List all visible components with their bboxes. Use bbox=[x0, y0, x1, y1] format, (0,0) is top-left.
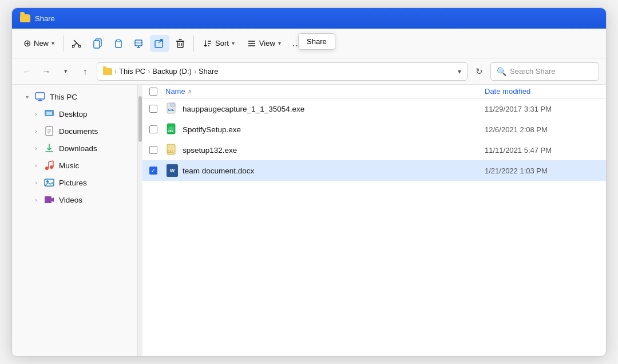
explorer-window: Share ⊕ New ▾ bbox=[11, 7, 607, 357]
downloads-label: Downloads bbox=[59, 144, 97, 153]
rename-button[interactable] bbox=[129, 35, 149, 52]
desktop-label: Desktop bbox=[59, 110, 88, 118]
pictures-expand-icon: › bbox=[33, 180, 39, 186]
file-list: Name ∧ Date modified bbox=[138, 85, 606, 356]
file-name-0: hauppaugecapture_1_1_35054.exe bbox=[183, 105, 485, 113]
svg-rect-44 bbox=[171, 103, 175, 106]
documents-label: Documents bbox=[59, 127, 98, 136]
delete-button[interactable] bbox=[171, 35, 190, 52]
documents-expand-icon: › bbox=[33, 128, 39, 134]
sidebar-item-desktop[interactable]: › Desktop bbox=[15, 105, 134, 122]
svg-line-39 bbox=[49, 161, 53, 162]
file-check-0 bbox=[149, 105, 165, 113]
share-button[interactable] bbox=[150, 35, 169, 52]
col-date-header[interactable]: Date modified bbox=[485, 87, 599, 96]
videos-label: Videos bbox=[59, 196, 82, 204]
pc-icon bbox=[35, 92, 45, 102]
scrollbar-thumb[interactable] bbox=[138, 96, 142, 142]
rename-icon bbox=[134, 38, 144, 49]
sort-button[interactable]: Sort ▾ bbox=[197, 35, 240, 52]
recent-button[interactable]: ▾ bbox=[58, 64, 74, 80]
sidebar: ▾ This PC › bbox=[12, 85, 138, 356]
svg-text:EXE: EXE bbox=[168, 108, 175, 112]
view-button[interactable]: View ▾ bbox=[241, 35, 287, 52]
scrollbar-track[interactable] bbox=[138, 85, 142, 356]
up-button[interactable]: ↑ bbox=[77, 64, 93, 80]
separator-2 bbox=[193, 35, 194, 52]
file-table-header: Name ∧ Date modified bbox=[142, 85, 606, 98]
main-content: ▾ This PC › bbox=[12, 85, 606, 356]
file-icon-exe-2: EXE bbox=[165, 143, 179, 157]
select-all-checkbox[interactable] bbox=[149, 88, 157, 96]
file-icon-docx-3: W bbox=[165, 164, 179, 177]
pictures-icon bbox=[44, 177, 54, 188]
breadcrumb-part3: Share bbox=[199, 67, 219, 76]
music-expand-icon: › bbox=[33, 163, 39, 169]
word-icon: W bbox=[167, 164, 178, 177]
cut-icon bbox=[72, 38, 82, 49]
svg-point-3 bbox=[78, 45, 81, 48]
file-table: Name ∧ Date modified bbox=[142, 85, 606, 356]
file-checkbox-1[interactable] bbox=[149, 125, 157, 133]
file-row-3[interactable]: W team document.docx 1/21/2022 1:03 PM bbox=[142, 160, 606, 181]
file-check-1 bbox=[149, 125, 165, 133]
pictures-label: Pictures bbox=[59, 179, 87, 187]
videos-icon bbox=[44, 195, 54, 205]
cut-button[interactable] bbox=[68, 35, 87, 52]
file-row-0[interactable]: EXE hauppaugecapture_1_1_35054.exe 11/29… bbox=[142, 98, 606, 119]
file-list-content: Name ∧ Date modified bbox=[138, 85, 606, 356]
breadcrumb-dropdown-icon[interactable]: ▾ bbox=[458, 68, 461, 76]
sidebar-item-downloads[interactable]: › Downloads bbox=[15, 140, 134, 157]
file-date-2: 11/11/2021 5:47 PM bbox=[485, 146, 599, 155]
svg-rect-42 bbox=[45, 196, 52, 203]
file-checkbox-2[interactable] bbox=[149, 146, 157, 154]
svg-rect-7 bbox=[117, 39, 120, 42]
music-icon bbox=[44, 160, 54, 171]
file-name-3: team document.docx bbox=[183, 167, 485, 175]
breadcrumb[interactable]: › This PC › Backup (D:) › Share ▾ bbox=[97, 62, 468, 81]
breadcrumb-folder-icon bbox=[103, 68, 112, 75]
this-pc-label: This PC bbox=[50, 93, 77, 101]
search-icon: 🔍 bbox=[497, 67, 506, 76]
file-name-2: spsetup132.exe bbox=[183, 146, 485, 155]
view-label: View bbox=[259, 39, 275, 48]
sort-label: Sort bbox=[215, 39, 229, 48]
svg-rect-14 bbox=[177, 41, 183, 48]
forward-button[interactable]: → bbox=[38, 64, 54, 80]
paste-button[interactable] bbox=[109, 35, 128, 52]
separator-1 bbox=[64, 35, 64, 52]
copy-icon bbox=[93, 38, 103, 49]
sort-icon bbox=[203, 39, 212, 48]
svg-point-2 bbox=[72, 45, 74, 48]
col-name-header[interactable]: Name ∧ bbox=[165, 87, 485, 96]
file-icon-exe-1: EXE bbox=[165, 122, 179, 136]
copy-button[interactable] bbox=[88, 35, 108, 52]
view-icon bbox=[247, 39, 256, 48]
new-button[interactable]: ⊕ New ▾ bbox=[18, 34, 60, 52]
back-button[interactable]: ← bbox=[19, 64, 35, 80]
sidebar-item-music[interactable]: › Music bbox=[15, 157, 134, 174]
sidebar-item-pictures[interactable]: › Pictures bbox=[15, 174, 134, 191]
share-tooltip: Share bbox=[298, 33, 335, 50]
sort-up-icon: ∧ bbox=[188, 88, 192, 94]
refresh-button[interactable]: ↻ bbox=[471, 64, 487, 80]
share-icon bbox=[154, 38, 165, 49]
search-placeholder: Search Share bbox=[510, 67, 556, 76]
file-date-3: 1/21/2022 1:03 PM bbox=[485, 167, 599, 175]
col-name-label: Name bbox=[165, 87, 185, 96]
sidebar-item-documents[interactable]: › Documents bbox=[15, 122, 134, 140]
delete-icon bbox=[175, 38, 185, 49]
sidebar-item-videos[interactable]: › Videos bbox=[15, 191, 134, 208]
window-title: Share bbox=[35, 14, 55, 23]
downloads-icon bbox=[44, 143, 54, 153]
file-row-2[interactable]: EXE spsetup132.exe 11/11/2021 5:47 PM bbox=[142, 140, 606, 160]
desktop-expand-icon: › bbox=[33, 111, 39, 117]
sidebar-item-this-pc[interactable]: ▾ This PC bbox=[15, 88, 134, 105]
svg-point-36 bbox=[50, 165, 53, 169]
file-row-1[interactable]: EXE SpotifySetup.exe 12/6/2021 2:08 PM bbox=[142, 119, 606, 140]
file-checkbox-0[interactable] bbox=[149, 105, 157, 113]
search-box[interactable]: 🔍 Search Share bbox=[490, 62, 599, 81]
file-checkbox-3[interactable] bbox=[149, 167, 157, 175]
videos-expand-icon: › bbox=[33, 197, 39, 203]
svg-rect-5 bbox=[94, 41, 100, 48]
